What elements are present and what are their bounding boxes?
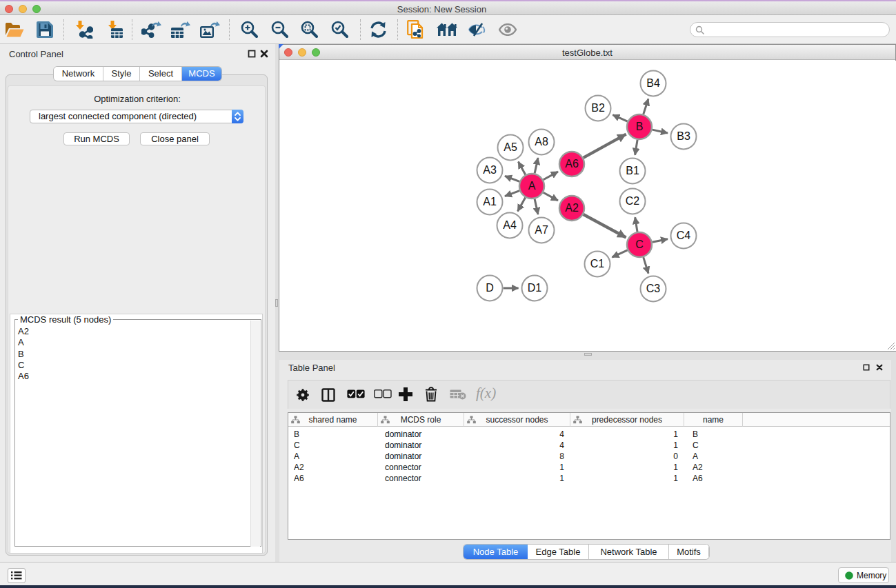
svg-text:A8: A8 bbox=[535, 136, 548, 148]
svg-text:D1: D1 bbox=[528, 282, 542, 294]
svg-text:A: A bbox=[528, 180, 536, 192]
svg-text:A5: A5 bbox=[504, 141, 517, 153]
svg-text:C2: C2 bbox=[626, 195, 640, 207]
svg-text:A1: A1 bbox=[483, 196, 497, 207]
svg-text:B4: B4 bbox=[646, 77, 660, 89]
svg-text:C1: C1 bbox=[590, 258, 605, 270]
svg-text:B2: B2 bbox=[591, 102, 605, 114]
svg-text:C4: C4 bbox=[677, 230, 691, 241]
svg-text:B3: B3 bbox=[677, 130, 690, 142]
svg-text:A4: A4 bbox=[503, 219, 517, 231]
svg-text:C3: C3 bbox=[646, 283, 661, 294]
svg-text:B: B bbox=[636, 121, 644, 132]
svg-text:C: C bbox=[635, 239, 644, 250]
svg-text:B1: B1 bbox=[626, 165, 639, 176]
svg-text:D: D bbox=[486, 282, 494, 294]
svg-text:A6: A6 bbox=[565, 158, 579, 170]
svg-text:A3: A3 bbox=[483, 164, 497, 176]
svg-text:A2: A2 bbox=[565, 202, 579, 214]
svg-text:A7: A7 bbox=[535, 224, 548, 236]
